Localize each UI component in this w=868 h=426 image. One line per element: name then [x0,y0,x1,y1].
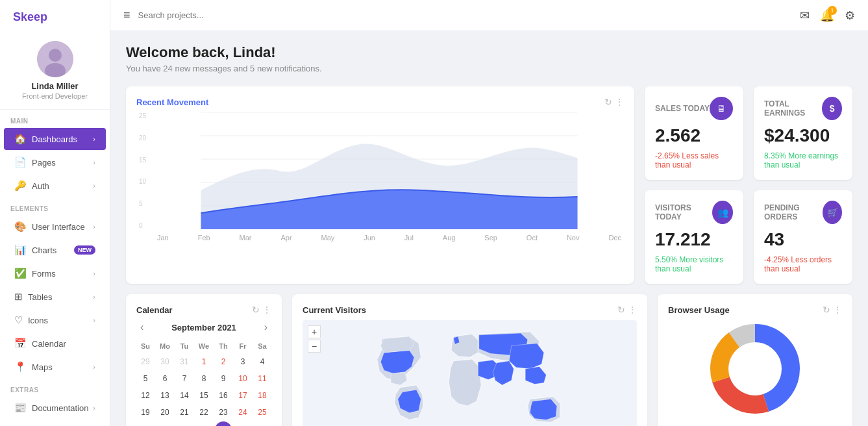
sidebar-item-ui[interactable]: 🎨 User Interface › [4,216,106,238]
notification-badge: 1 [828,6,837,15]
sidebar-item-tables[interactable]: ⊞ Tables › [4,286,106,308]
auth-icon: 🔑 [14,180,27,192]
cal-day[interactable]: 13 [156,388,174,403]
cal-day[interactable]: 7 [175,371,193,386]
sidebar-item-label: Pages [32,158,56,168]
cal-day[interactable]: 20 [156,405,174,420]
cal-day[interactable]: 12 [136,388,155,403]
sidebar-item-label: Icons [28,316,48,325]
cal-day[interactable]: 14 [175,388,193,403]
cal-day[interactable]: 5 [136,371,155,386]
calendar-title: Calendar [136,305,173,315]
cal-day[interactable]: 29 [136,354,155,370]
cal-day[interactable]: 30 [156,354,174,370]
calendar-icon: 📅 [14,338,27,349]
donut-chart-container [668,320,842,418]
world-map-svg [303,320,637,426]
cal-day[interactable]: 28 [175,421,193,426]
orders-value: 43 [764,229,842,250]
cal-day[interactable]: 10 [234,371,252,386]
sidebar-item-label: Maps [32,362,53,372]
cal-day[interactable]: 8 [195,371,213,386]
calendar-month: September 2021 [171,323,236,332]
cal-header-sa: Sa [253,340,271,353]
cal-day-today[interactable]: 30 [215,421,232,426]
cal-day[interactable]: 1 [195,354,213,370]
charts-icon: 📊 [14,244,27,256]
svg-point-14 [729,343,781,395]
content-area: Welcome back, Linda! You have 24 new mes… [110,31,868,426]
recent-movement-card: Recent Movement ↻ ⋮ 2520151050 [126,86,634,284]
card-actions[interactable]: ↻ ⋮ [604,97,624,107]
cal-day[interactable]: 11 [253,371,271,386]
cal-next-btn[interactable]: › [260,320,271,334]
cal-day[interactable]: 17 [234,388,252,403]
map-controls: + − [308,325,321,353]
map-zoom-in[interactable]: + [308,325,321,338]
cal-day[interactable]: 21 [175,405,193,420]
cal-day[interactable]: 26 [136,421,155,426]
user-role: Front-end Developer [22,92,88,100]
username: Linda Miller [31,81,78,91]
sidebar-item-auth[interactable]: 🔑 Auth › [4,175,106,197]
cal-day[interactable]: 6 [156,371,174,386]
cal-day[interactable]: 3 [234,354,252,370]
cal-day[interactable]: 23 [214,405,232,420]
cal-header-mo: Mo [156,340,174,353]
cal-day[interactable]: 18 [253,388,271,403]
settings-icon[interactable]: ⚙ [845,8,855,23]
sidebar-item-label: Calendar [32,339,66,349]
cal-day[interactable]: 15 [195,388,213,403]
visitors-card: Visitors Today 👥 17.212 5.50% More visit… [645,190,743,284]
cal-day[interactable]: 24 [234,405,252,420]
cal-day[interactable]: 29 [195,421,213,426]
visitors-icon: 👥 [712,201,733,224]
cal-day[interactable]: 27 [156,421,174,426]
cal-day[interactable]: 19 [136,405,155,420]
calendar-actions[interactable]: ↻ ⋮ [252,305,271,315]
visitors-title: Visitors Today [655,203,712,221]
cal-day[interactable]: 16 [214,388,232,403]
sidebar-item-maps[interactable]: 📍 Maps › [4,356,106,378]
browser-actions[interactable]: ↻ ⋮ [823,305,842,315]
cal-day[interactable]: 2 [214,354,232,370]
bottom-section: Calendar ↻ ⋮ ‹ September 2021 › Su Mo Tu… [126,294,852,426]
sidebar-item-layouts[interactable]: ⊡ Layouts › [4,420,106,426]
cal-day[interactable]: 4 [253,354,271,370]
sales-change: -2.65% Less sales than usual [655,151,733,169]
cal-day[interactable]: 31 [175,354,193,370]
sidebar-item-docs[interactable]: 📰 Documentation › [4,397,106,419]
cal-day[interactable]: 9 [214,371,232,386]
sidebar-item-calendar[interactable]: 📅 Calendar [4,332,106,355]
cal-prev-btn[interactable]: ‹ [136,320,147,334]
cal-day[interactable]: 25 [253,405,271,420]
sidebar-item-label: Dashboards [32,134,77,144]
sidebar-item-charts[interactable]: 📊 Charts New [4,239,106,261]
search-input[interactable] [138,10,333,20]
menu-icon[interactable]: ≡ [123,8,130,22]
earnings-change: 8.35% More earnings than usual [764,151,842,169]
sidebar-item-icons[interactable]: ♡ Icons › [4,309,106,331]
cal-day[interactable]: 2 [253,421,271,426]
cal-day[interactable]: 22 [195,405,213,420]
notification-icon[interactable]: 🔔 1 [820,8,834,23]
y-axis: 2520151050 [136,112,155,229]
welcome-section: Welcome back, Linda! You have 24 new mes… [126,44,852,73]
dashboards-icon: 🏠 [14,133,27,145]
sidebar-item-forms[interactable]: ✅ Forms › [4,262,106,284]
sidebar-item-dashboards[interactable]: 🏠 Dashboards › [4,128,106,150]
chevron-right-icon: › [93,182,95,190]
cal-header-th: Th [214,340,232,353]
chevron-right-icon: › [93,404,95,412]
cal-day[interactable]: 1 [234,421,252,426]
map-zoom-out[interactable]: − [308,340,321,353]
sidebar-item-pages[interactable]: 📄 Pages › [4,151,106,173]
orders-card: Pending Orders 🛒 43 -4.25% Less orders t… [754,190,852,284]
earnings-value: $24.300 [764,125,842,146]
mail-icon[interactable]: ✉ [800,8,810,23]
icons-icon: ♡ [14,314,23,326]
sidebar-item-label: Auth [32,181,49,191]
map-actions[interactable]: ↻ ⋮ [617,305,637,315]
earnings-title: Total Earnings [764,99,822,118]
welcome-subtitle: You have 24 new messages and 5 new notif… [126,64,852,73]
